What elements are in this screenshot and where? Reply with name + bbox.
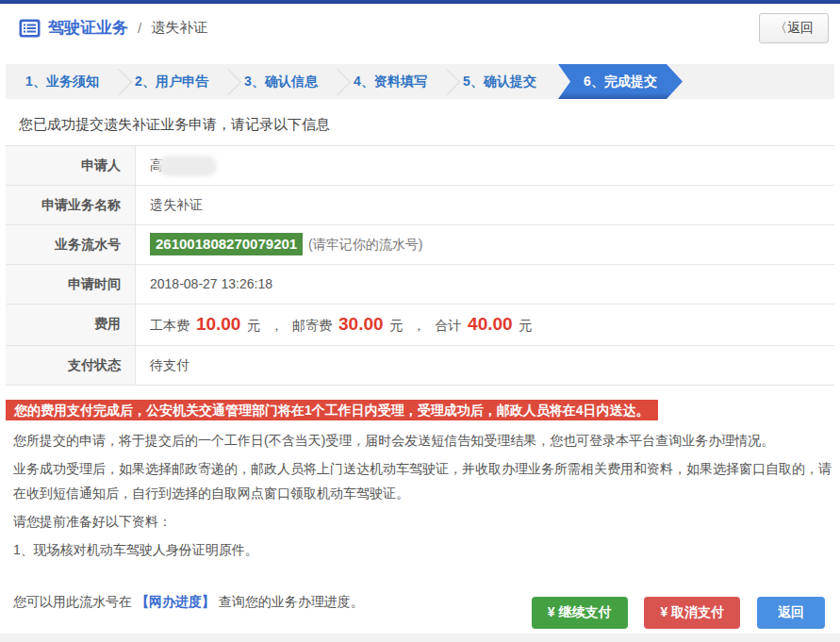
step-6-complete-active[interactable]: 6、完成提交	[558, 64, 683, 99]
table-row-pay-status: 支付状态 待支付	[6, 346, 834, 386]
notice-paragraphs: 您所提交的申请，将于提交后的一个工作日(不含当天)受理，届时会发送短信告知受理结…	[6, 428, 834, 562]
back-button-top[interactable]: 〈返回	[759, 13, 829, 43]
fee-part1-amount: 10.00	[196, 314, 241, 334]
applicant-label: 申请人	[6, 146, 136, 185]
action-buttons: ¥ 继续支付 ¥ 取消支付 返回	[0, 597, 840, 629]
table-row-apply-time: 申请时间 2018-08-27 13:26:18	[6, 265, 834, 305]
continue-pay-button[interactable]: ¥ 继续支付	[532, 597, 628, 629]
business-name-value: 遗失补证	[136, 186, 834, 224]
page-header: 驾驶证业务 / 遗失补证 〈返回	[0, 4, 840, 53]
fee-part1-unit: 元	[247, 318, 260, 333]
redaction-mask	[158, 156, 217, 176]
fee-part2-unit: 元	[389, 318, 403, 333]
breadcrumb-current: 遗失补证	[151, 19, 207, 37]
table-row-business-name: 申请业务名称 遗失补证	[6, 186, 834, 225]
step-wizard: 1、业务须知 2、用户申告 3、确认信息 4、资料填写 5、确认提交 6、完成提…	[6, 64, 834, 99]
notice-id-original: 1、现场核对机动车驾驶人身份证明原件。	[13, 537, 834, 562]
serial-label: 业务流水号	[6, 225, 136, 264]
fee-label: 费用	[6, 305, 136, 345]
page: 驾驶证业务 / 遗失补证 〈返回 1、业务须知 2、用户申告 3、确认信息 4、…	[0, 0, 840, 642]
serial-value: 261001808270079201 (请牢记你的流水号)	[136, 225, 834, 264]
fee-part1-name: 工本费	[150, 318, 189, 333]
notice-prepare: 请您提前准备好以下资料：	[13, 509, 834, 534]
application-info-table: 申请人 高 申请业务名称 遗失补证 业务流水号 2610018082700792…	[6, 145, 834, 386]
success-message: 您已成功提交遗失补证业务申请，请记录以下信息	[19, 116, 840, 134]
page-title: 驾驶证业务	[48, 17, 128, 39]
notice-acceptance: 您所提交的申请，将于提交后的一个工作日(不含当天)受理，届时会发送短信告知受理结…	[13, 428, 834, 453]
breadcrumb-separator: /	[138, 20, 141, 36]
step-1-notice[interactable]: 1、业务须知	[6, 64, 119, 99]
breadcrumb: 驾驶证业务 / 遗失补证	[19, 17, 831, 39]
serial-note: (请牢记你的流水号)	[308, 237, 422, 252]
pay-status-value: 待支付	[136, 346, 834, 385]
fee-part2-name: 邮寄费	[292, 318, 332, 333]
table-row-applicant: 申请人 高	[6, 146, 834, 186]
cancel-pay-button[interactable]: ¥ 取消支付	[644, 597, 740, 629]
fee-value: 工本费 10.00 元 ， 邮寄费 30.00 元 ， 合计 40.00 元	[136, 305, 834, 345]
table-row-fee: 费用 工本费 10.00 元 ， 邮寄费 30.00 元 ， 合计 40.00 …	[6, 305, 834, 346]
pay-status-label: 支付状态	[6, 346, 136, 385]
business-name-label: 申请业务名称	[6, 186, 136, 224]
fee-total-name: 合计	[435, 318, 461, 333]
apply-time-value: 2018-08-27 13:26:18	[136, 265, 834, 304]
return-button[interactable]: 返回	[757, 597, 825, 629]
payment-alert-banner: 您的费用支付完成后，公安机关交通管理部门将在1个工作日内受理，受理成功后，邮政人…	[6, 400, 658, 420]
list-icon	[19, 19, 41, 38]
applicant-value: 高	[136, 146, 834, 185]
apply-time-label: 申请时间	[6, 265, 136, 304]
fee-separator: ，	[270, 318, 283, 333]
footer-strip	[0, 634, 840, 642]
fee-total-unit: 元	[519, 318, 533, 333]
serial-number-badge: 261001808270079201	[150, 233, 303, 255]
fee-separator: ，	[412, 318, 425, 333]
table-row-serial: 业务流水号 261001808270079201 (请牢记你的流水号)	[6, 225, 834, 265]
fee-part2-amount: 30.00	[338, 314, 384, 334]
fee-total-amount: 40.00	[468, 314, 513, 334]
notice-delivery: 业务成功受理后，如果选择邮政寄递的，邮政人员将上门送达机动车驾驶证，并收取办理业…	[13, 456, 834, 505]
